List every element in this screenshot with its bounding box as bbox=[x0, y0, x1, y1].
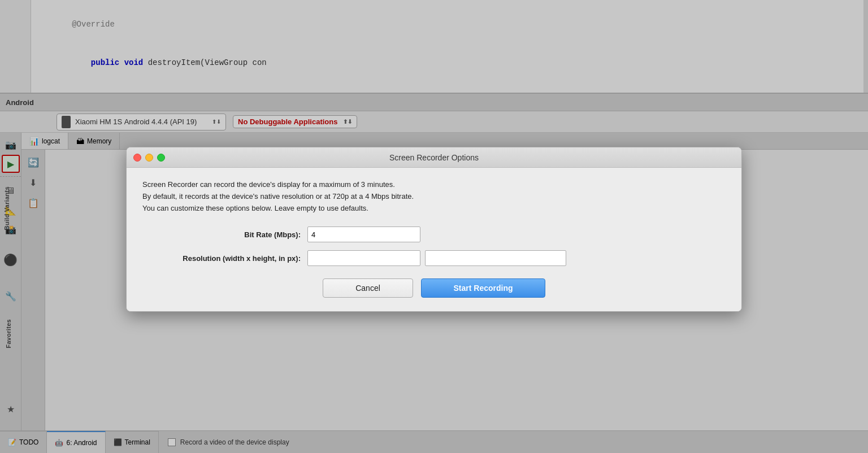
minimize-button[interactable] bbox=[145, 154, 153, 162]
modal-title: Screen Recorder Options bbox=[389, 153, 479, 162]
modal-body: Screen Recorder can record the device's … bbox=[127, 168, 741, 311]
window-controls bbox=[133, 154, 165, 162]
description-line-2: By default, it records at the device's n… bbox=[142, 191, 726, 203]
resolution-width-input[interactable] bbox=[307, 250, 420, 266]
bitrate-input[interactable] bbox=[307, 226, 420, 242]
resolution-label: Resolution (width x height, in px): bbox=[142, 254, 301, 263]
cancel-button[interactable]: Cancel bbox=[323, 278, 413, 298]
close-button[interactable] bbox=[133, 154, 141, 162]
resolution-height-input[interactable] bbox=[425, 250, 566, 266]
description-line-3: You can customize these options below. L… bbox=[142, 203, 726, 215]
modal-actions: Cancel Start Recording bbox=[142, 278, 726, 298]
description-line-1: Screen Recorder can record the device's … bbox=[142, 179, 726, 191]
start-recording-button[interactable]: Start Recording bbox=[421, 278, 545, 298]
bitrate-label: Bit Rate (Mbps): bbox=[142, 230, 301, 239]
modal-overlay: Screen Recorder Options Screen Recorder … bbox=[0, 0, 868, 453]
modal-description: Screen Recorder can record the device's … bbox=[142, 179, 726, 214]
maximize-button[interactable] bbox=[157, 154, 165, 162]
bitrate-row: Bit Rate (Mbps): bbox=[142, 226, 726, 242]
modal-titlebar: Screen Recorder Options bbox=[127, 147, 741, 168]
resolution-row: Resolution (width x height, in px): bbox=[142, 250, 726, 266]
screen-recorder-dialog: Screen Recorder Options Screen Recorder … bbox=[126, 147, 742, 312]
